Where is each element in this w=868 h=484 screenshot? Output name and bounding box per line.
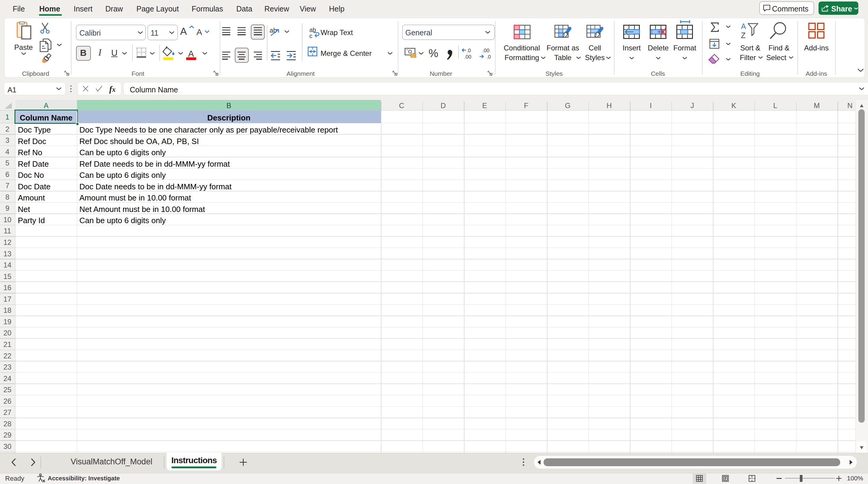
svg-text:Z: Z: [741, 31, 745, 39]
svg-text:A: A: [741, 22, 746, 30]
